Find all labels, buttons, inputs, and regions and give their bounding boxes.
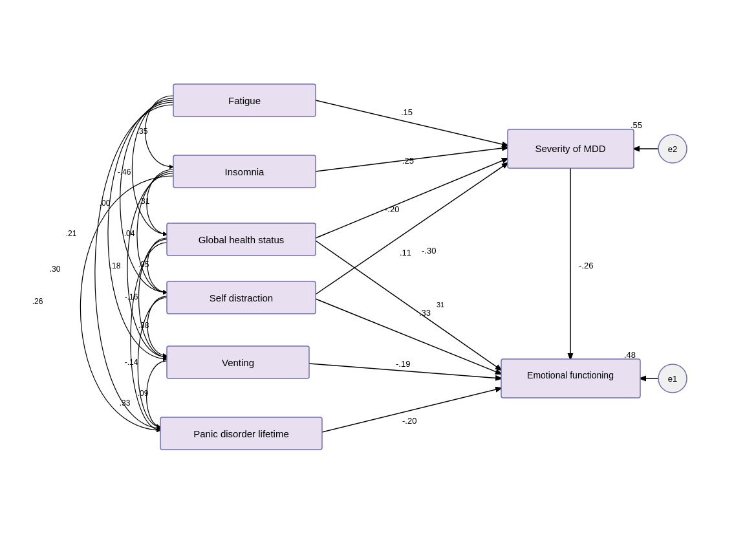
panic-label: Panic disorder lifetime <box>193 428 289 439</box>
svg-line-4 <box>316 163 508 294</box>
coef-insomnia-severity: .25 <box>402 156 414 166</box>
svg-line-3 <box>316 241 501 370</box>
corr-09-label: .09 <box>138 389 149 398</box>
global-health-label: Global health status <box>199 234 285 245</box>
coef-venting-emotional: -.19 <box>396 359 410 369</box>
coef-self-severity: .11 <box>400 248 411 257</box>
corr-31-label: .31 <box>139 197 150 206</box>
coef-self-emotional-33: .33 <box>419 308 431 318</box>
corr-16-label: -.16 <box>125 292 138 301</box>
corr-neg46-label: -.46 <box>118 168 131 177</box>
corr-05-label: .05 <box>138 260 149 269</box>
corr-33-label: .33 <box>120 399 131 408</box>
e2-label: e2 <box>668 144 677 154</box>
corr-18-label: .18 <box>110 261 121 270</box>
svg-line-2 <box>316 158 508 238</box>
corr-26-label: .26 <box>32 297 43 306</box>
corr-35-label: .35 <box>137 127 148 136</box>
coef-global-severity: -.20 <box>385 204 399 214</box>
insomnia-label: Insomnia <box>225 166 265 177</box>
fatigue-label: Fatigue <box>228 95 261 106</box>
r2-emotional: .48 <box>624 350 636 360</box>
coef-severity-emotional: -.26 <box>579 261 593 270</box>
coef-panic-emotional: -.20 <box>402 416 416 426</box>
venting-label: Venting <box>222 357 254 368</box>
e1-label: e1 <box>668 374 677 384</box>
emotional-label-line1: Emotional functioning <box>527 370 614 380</box>
coef-global-emotional: -.30 <box>422 246 436 256</box>
corr-21-label: .21 <box>66 229 77 238</box>
coef-fatigue-severity: .15 <box>401 107 413 117</box>
self-distraction-label: Self distraction <box>210 292 273 303</box>
severity-mdd-label: Severity of MDD <box>535 143 605 154</box>
corr-30-label: .30 <box>50 265 61 274</box>
r2-severity: .55 <box>631 120 642 130</box>
coef-self-emotional-31: 31 <box>437 301 444 309</box>
